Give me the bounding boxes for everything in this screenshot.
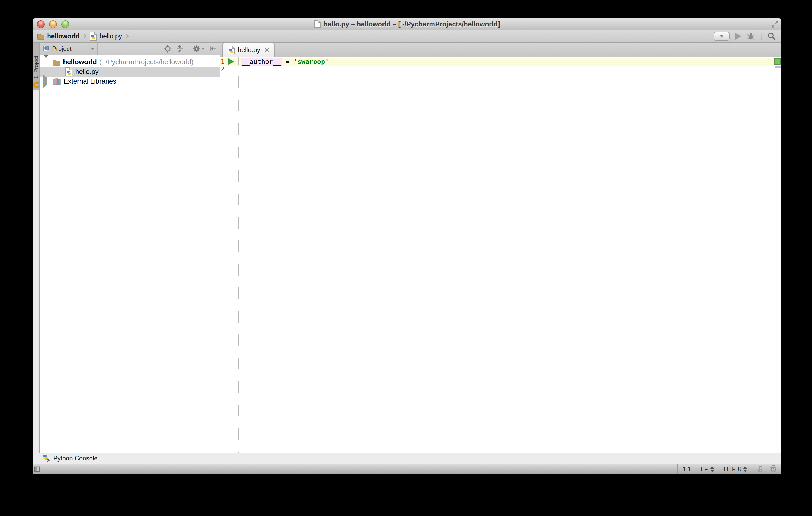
inspection-profile-icon[interactable] bbox=[770, 465, 777, 474]
navigation-bar: helloworld hello.py bbox=[33, 30, 781, 42]
gutter-separator bbox=[238, 57, 238, 453]
bottom-toolwindow-bar: Python Console bbox=[33, 453, 781, 463]
tab-hello-py[interactable]: hello.py ✕ bbox=[222, 43, 274, 57]
updown-arrows-icon bbox=[743, 466, 747, 472]
stripe-button-project[interactable]: 1: Project bbox=[33, 42, 39, 90]
python-console-label: Python Console bbox=[53, 455, 97, 462]
main-area: 1: Project Project bbox=[33, 42, 781, 453]
locate-icon[interactable] bbox=[164, 45, 172, 53]
caret-position-widget[interactable]: 1:1 bbox=[677, 464, 696, 475]
project-toolwindow-icon bbox=[33, 81, 39, 89]
tree-row-external-libraries[interactable]: External Libraries bbox=[40, 77, 220, 86]
collapse-all-icon[interactable] bbox=[176, 45, 184, 53]
status-bar: 1:1 LF UTF-8 bbox=[33, 463, 781, 475]
tree-row-hello-py[interactable]: hello.py bbox=[40, 67, 220, 77]
title-group: hello.py – helloworld – [~/PycharmProjec… bbox=[314, 20, 500, 28]
unlocked-icon[interactable] bbox=[757, 465, 764, 473]
toolwindow-toggle-icon[interactable] bbox=[34, 466, 40, 472]
zoom-button[interactable] bbox=[61, 20, 69, 28]
project-root-path: (~/PycharmProjects/helloworld) bbox=[99, 58, 194, 66]
file-name: hello.py bbox=[75, 68, 99, 76]
collapse-arrow-icon[interactable] bbox=[43, 77, 48, 85]
run-icon[interactable] bbox=[735, 33, 741, 40]
error-stripe-column[interactable] bbox=[774, 57, 781, 453]
toolbar-separator bbox=[188, 45, 188, 53]
chevron-down-icon bbox=[201, 48, 205, 50]
folder-icon bbox=[37, 33, 45, 40]
breadcrumb: helloworld hello.py bbox=[37, 32, 132, 41]
editor-tab-bar: hello.py ✕ bbox=[220, 42, 781, 57]
line-number: 1 bbox=[220, 58, 225, 65]
code-line-1[interactable]: __author__ = 'swaroop' bbox=[241, 58, 329, 65]
minimize-button[interactable] bbox=[49, 20, 57, 28]
window-title: hello.py – helloworld – [~/PycharmProjec… bbox=[323, 20, 500, 28]
encoding-widget[interactable]: UTF-8 bbox=[719, 464, 752, 475]
project-tree: helloworld (~/PycharmProjects/helloworld… bbox=[40, 55, 220, 453]
pycharm-window: hello.py – helloworld – [~/PycharmProjec… bbox=[33, 18, 781, 475]
error-stripe-mark[interactable] bbox=[775, 66, 781, 68]
external-libraries-label: External Libraries bbox=[63, 77, 116, 85]
right-margin-guide bbox=[683, 57, 683, 453]
tree-row-project-root[interactable]: helloworld (~/PycharmProjects/helloworld… bbox=[40, 57, 220, 67]
folder-icon bbox=[53, 59, 60, 65]
status-bar-widgets: 1:1 LF UTF-8 bbox=[677, 464, 781, 475]
chevron-down-icon bbox=[719, 35, 724, 38]
document-icon bbox=[314, 20, 321, 28]
libraries-icon bbox=[53, 78, 61, 85]
toolbar-separator bbox=[760, 33, 761, 40]
run-gutter-icon[interactable] bbox=[228, 59, 234, 65]
settings-gear-icon[interactable] bbox=[193, 45, 205, 53]
python-file-icon bbox=[65, 67, 72, 77]
traffic-lights bbox=[37, 20, 69, 28]
gutter-separator bbox=[225, 57, 226, 453]
breadcrumb-item-project[interactable]: helloworld bbox=[37, 32, 80, 40]
python-file-icon bbox=[228, 46, 235, 55]
code-token-string: 'swaroop' bbox=[294, 58, 329, 65]
project-panel-header: Project bbox=[40, 42, 220, 55]
project-panel: Project bbox=[40, 42, 220, 453]
desktop-background: hello.py – helloworld – [~/PycharmProjec… bbox=[0, 0, 812, 516]
python-console-button[interactable]: Python Console bbox=[42, 454, 97, 462]
line-separator-widget[interactable]: LF bbox=[696, 464, 719, 475]
breadcrumb-item-file[interactable]: hello.py bbox=[89, 32, 122, 41]
updown-arrows-icon bbox=[710, 466, 714, 472]
inspection-status-icon[interactable] bbox=[774, 59, 781, 65]
run-toolbar bbox=[714, 32, 777, 41]
hide-panel-icon[interactable] bbox=[209, 45, 216, 53]
project-root-name: helloworld bbox=[63, 58, 97, 66]
project-view-icon bbox=[42, 45, 49, 52]
python-console-icon bbox=[42, 454, 51, 462]
line-number: 2 bbox=[220, 65, 225, 73]
close-button[interactable] bbox=[37, 20, 45, 28]
search-icon[interactable] bbox=[767, 32, 776, 40]
titlebar[interactable]: hello.py – helloworld – [~/PycharmProjec… bbox=[33, 18, 781, 30]
project-view-label: Project bbox=[52, 45, 71, 53]
status-bar-left bbox=[33, 464, 40, 475]
status-bar-icons bbox=[752, 464, 781, 475]
tab-label: hello.py bbox=[238, 46, 260, 54]
code-editor[interactable]: 1 2 __author__ = 'swaroop' bbox=[220, 57, 781, 453]
run-configuration-selector[interactable] bbox=[714, 32, 730, 41]
chevron-right-icon bbox=[124, 34, 128, 38]
toolwindow-stripe-left: 1: Project bbox=[33, 42, 40, 453]
chevron-down-icon bbox=[91, 48, 95, 50]
code-token-operator: = bbox=[282, 58, 294, 65]
chevron-right-icon bbox=[82, 34, 86, 38]
python-file-icon bbox=[89, 32, 97, 41]
project-view-selector[interactable]: Project bbox=[40, 42, 98, 55]
project-panel-toolbar bbox=[164, 45, 220, 53]
debug-icon[interactable] bbox=[747, 32, 755, 40]
stripe-button-label: 1: Project bbox=[33, 56, 39, 79]
code-token-variable: __author__ bbox=[241, 58, 282, 65]
editor-area: hello.py ✕ 1 2 __author__ = 'swaroop' bbox=[220, 42, 781, 453]
close-tab-icon[interactable]: ✕ bbox=[264, 47, 269, 54]
fullscreen-icon[interactable] bbox=[771, 20, 779, 28]
expand-arrow-icon[interactable] bbox=[43, 58, 48, 66]
